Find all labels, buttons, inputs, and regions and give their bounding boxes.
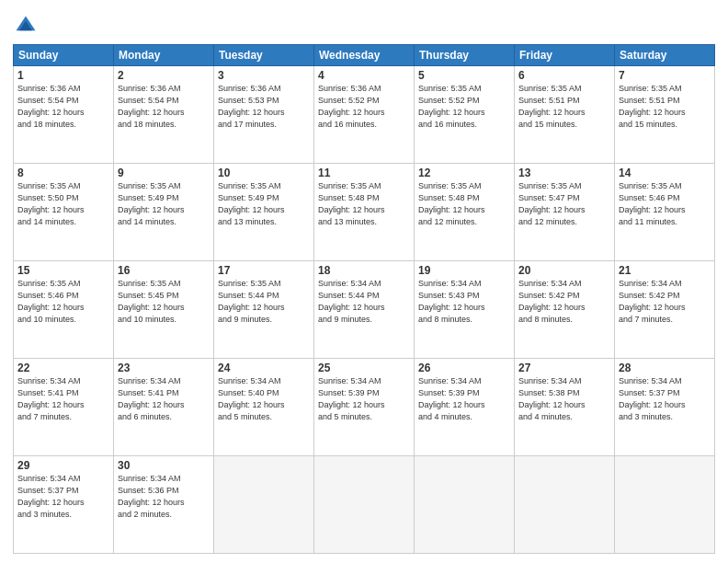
day-number: 3 [218, 69, 310, 82]
header-wednesday: Wednesday [314, 45, 415, 66]
day-info: Sunrise: 5:35 AM Sunset: 5:46 PM Dayligh… [619, 180, 711, 228]
table-row [214, 456, 314, 554]
table-row: 21Sunrise: 5:34 AM Sunset: 5:42 PM Dayli… [615, 261, 715, 359]
table-row [314, 456, 415, 554]
logo [13, 13, 42, 39]
day-number: 5 [418, 69, 510, 82]
day-number: 22 [17, 362, 109, 374]
day-info: Sunrise: 5:34 AM Sunset: 5:39 PM Dayligh… [418, 375, 510, 423]
table-row: 29Sunrise: 5:34 AM Sunset: 5:37 PM Dayli… [14, 456, 114, 554]
page: Sunday Monday Tuesday Wednesday Thursday… [0, 0, 728, 563]
day-info: Sunrise: 5:35 AM Sunset: 5:49 PM Dayligh… [218, 180, 310, 228]
day-info: Sunrise: 5:35 AM Sunset: 5:47 PM Dayligh… [518, 180, 610, 228]
day-info: Sunrise: 5:34 AM Sunset: 5:37 PM Dayligh… [17, 473, 109, 521]
logo-icon [13, 13, 39, 39]
table-row: 23Sunrise: 5:34 AM Sunset: 5:41 PM Dayli… [114, 359, 214, 456]
day-info: Sunrise: 5:36 AM Sunset: 5:52 PM Dayligh… [318, 83, 410, 131]
day-number: 17 [218, 264, 310, 277]
table-row: 2Sunrise: 5:36 AM Sunset: 5:54 PM Daylig… [114, 66, 214, 164]
calendar-week-row: 1Sunrise: 5:36 AM Sunset: 5:54 PM Daylig… [14, 66, 715, 164]
day-info: Sunrise: 5:36 AM Sunset: 5:54 PM Dayligh… [17, 83, 109, 131]
day-info: Sunrise: 5:34 AM Sunset: 5:37 PM Dayligh… [619, 375, 711, 423]
day-info: Sunrise: 5:35 AM Sunset: 5:52 PM Dayligh… [418, 83, 510, 131]
day-number: 21 [619, 264, 711, 277]
day-number: 28 [619, 362, 711, 374]
table-row: 28Sunrise: 5:34 AM Sunset: 5:37 PM Dayli… [615, 359, 715, 456]
day-info: Sunrise: 5:35 AM Sunset: 5:51 PM Dayligh… [518, 83, 610, 131]
day-info: Sunrise: 5:35 AM Sunset: 5:48 PM Dayligh… [418, 180, 510, 228]
day-number: 27 [518, 362, 610, 374]
table-row: 18Sunrise: 5:34 AM Sunset: 5:44 PM Dayli… [314, 261, 415, 359]
day-number: 25 [318, 362, 410, 374]
header [13, 9, 715, 39]
table-row: 4Sunrise: 5:36 AM Sunset: 5:52 PM Daylig… [314, 66, 415, 164]
header-sunday: Sunday [14, 45, 114, 66]
day-number: 2 [118, 69, 210, 82]
day-info: Sunrise: 5:34 AM Sunset: 5:39 PM Dayligh… [318, 375, 410, 423]
day-number: 4 [318, 69, 410, 82]
day-info: Sunrise: 5:34 AM Sunset: 5:41 PM Dayligh… [17, 375, 109, 423]
table-row: 9Sunrise: 5:35 AM Sunset: 5:49 PM Daylig… [114, 164, 214, 261]
table-row: 7Sunrise: 5:35 AM Sunset: 5:51 PM Daylig… [615, 66, 715, 164]
day-info: Sunrise: 5:34 AM Sunset: 5:43 PM Dayligh… [418, 278, 510, 326]
table-row: 11Sunrise: 5:35 AM Sunset: 5:48 PM Dayli… [314, 164, 415, 261]
table-row: 30Sunrise: 5:34 AM Sunset: 5:36 PM Dayli… [114, 456, 214, 554]
table-row: 10Sunrise: 5:35 AM Sunset: 5:49 PM Dayli… [214, 164, 314, 261]
header-saturday: Saturday [615, 45, 715, 66]
day-info: Sunrise: 5:36 AM Sunset: 5:54 PM Dayligh… [118, 83, 210, 131]
table-row [615, 456, 715, 554]
day-info: Sunrise: 5:34 AM Sunset: 5:38 PM Dayligh… [518, 375, 610, 423]
day-number: 8 [17, 167, 109, 179]
day-number: 14 [619, 167, 711, 179]
table-row: 27Sunrise: 5:34 AM Sunset: 5:38 PM Dayli… [515, 359, 615, 456]
day-number: 30 [118, 459, 210, 472]
day-info: Sunrise: 5:35 AM Sunset: 5:49 PM Dayligh… [118, 180, 210, 228]
day-info: Sunrise: 5:34 AM Sunset: 5:41 PM Dayligh… [118, 375, 210, 423]
calendar-week-row: 8Sunrise: 5:35 AM Sunset: 5:50 PM Daylig… [14, 164, 715, 261]
table-row: 17Sunrise: 5:35 AM Sunset: 5:44 PM Dayli… [214, 261, 314, 359]
day-info: Sunrise: 5:35 AM Sunset: 5:48 PM Dayligh… [318, 180, 410, 228]
table-row [415, 456, 515, 554]
header-monday: Monday [114, 45, 214, 66]
header-tuesday: Tuesday [214, 45, 314, 66]
header-friday: Friday [515, 45, 615, 66]
table-row: 24Sunrise: 5:34 AM Sunset: 5:40 PM Dayli… [214, 359, 314, 456]
day-number: 6 [518, 69, 610, 82]
header-thursday: Thursday [415, 45, 515, 66]
table-row: 15Sunrise: 5:35 AM Sunset: 5:46 PM Dayli… [14, 261, 114, 359]
table-row: 6Sunrise: 5:35 AM Sunset: 5:51 PM Daylig… [515, 66, 615, 164]
table-row: 5Sunrise: 5:35 AM Sunset: 5:52 PM Daylig… [415, 66, 515, 164]
day-number: 20 [518, 264, 610, 277]
day-number: 13 [518, 167, 610, 179]
day-number: 24 [218, 362, 310, 374]
calendar-week-row: 22Sunrise: 5:34 AM Sunset: 5:41 PM Dayli… [14, 359, 715, 456]
day-number: 23 [118, 362, 210, 374]
day-number: 26 [418, 362, 510, 374]
table-row: 16Sunrise: 5:35 AM Sunset: 5:45 PM Dayli… [114, 261, 214, 359]
day-number: 1 [17, 69, 109, 82]
table-row: 22Sunrise: 5:34 AM Sunset: 5:41 PM Dayli… [14, 359, 114, 456]
calendar-week-row: 15Sunrise: 5:35 AM Sunset: 5:46 PM Dayli… [14, 261, 715, 359]
table-row: 8Sunrise: 5:35 AM Sunset: 5:50 PM Daylig… [14, 164, 114, 261]
calendar-week-row: 29Sunrise: 5:34 AM Sunset: 5:37 PM Dayli… [14, 456, 715, 554]
table-row: 13Sunrise: 5:35 AM Sunset: 5:47 PM Dayli… [515, 164, 615, 261]
calendar-header-row: Sunday Monday Tuesday Wednesday Thursday… [14, 45, 715, 66]
calendar-table: Sunday Monday Tuesday Wednesday Thursday… [13, 44, 715, 554]
table-row [515, 456, 615, 554]
day-info: Sunrise: 5:36 AM Sunset: 5:53 PM Dayligh… [218, 83, 310, 131]
day-number: 15 [17, 264, 109, 277]
day-info: Sunrise: 5:35 AM Sunset: 5:46 PM Dayligh… [17, 278, 109, 326]
day-number: 11 [318, 167, 410, 179]
day-number: 18 [318, 264, 410, 277]
table-row: 3Sunrise: 5:36 AM Sunset: 5:53 PM Daylig… [214, 66, 314, 164]
table-row: 19Sunrise: 5:34 AM Sunset: 5:43 PM Dayli… [415, 261, 515, 359]
day-number: 9 [118, 167, 210, 179]
table-row: 12Sunrise: 5:35 AM Sunset: 5:48 PM Dayli… [415, 164, 515, 261]
table-row: 14Sunrise: 5:35 AM Sunset: 5:46 PM Dayli… [615, 164, 715, 261]
day-info: Sunrise: 5:34 AM Sunset: 5:44 PM Dayligh… [318, 278, 410, 326]
day-info: Sunrise: 5:35 AM Sunset: 5:44 PM Dayligh… [218, 278, 310, 326]
day-info: Sunrise: 5:35 AM Sunset: 5:50 PM Dayligh… [17, 180, 109, 228]
table-row: 1Sunrise: 5:36 AM Sunset: 5:54 PM Daylig… [14, 66, 114, 164]
day-number: 29 [17, 459, 109, 472]
day-number: 10 [218, 167, 310, 179]
